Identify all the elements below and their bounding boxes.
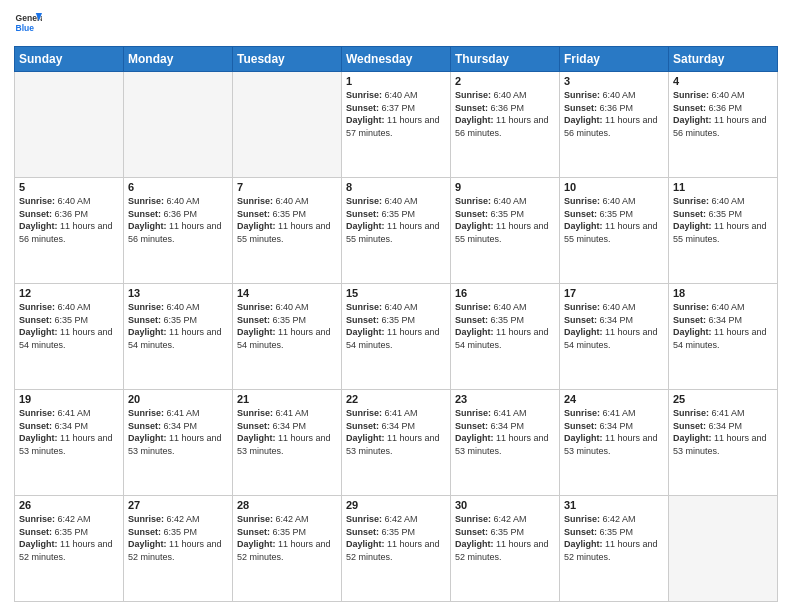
calendar-cell <box>233 72 342 178</box>
cell-content: Sunrise: 6:40 AMSunset: 6:36 PMDaylight:… <box>564 89 664 139</box>
header-row: SundayMondayTuesdayWednesdayThursdayFrid… <box>15 47 778 72</box>
cell-content: Sunrise: 6:40 AMSunset: 6:36 PMDaylight:… <box>455 89 555 139</box>
day-number: 13 <box>128 287 228 299</box>
calendar-cell <box>124 72 233 178</box>
cell-content: Sunrise: 6:40 AMSunset: 6:35 PMDaylight:… <box>455 301 555 351</box>
cell-content: Sunrise: 6:42 AMSunset: 6:35 PMDaylight:… <box>346 513 446 563</box>
cell-content: Sunrise: 6:40 AMSunset: 6:35 PMDaylight:… <box>564 195 664 245</box>
logo: General Blue <box>14 10 46 38</box>
calendar-cell: 7Sunrise: 6:40 AMSunset: 6:35 PMDaylight… <box>233 178 342 284</box>
page: General Blue SundayMondayTuesdayWednesda… <box>0 0 792 612</box>
cell-content: Sunrise: 6:41 AMSunset: 6:34 PMDaylight:… <box>237 407 337 457</box>
day-number: 20 <box>128 393 228 405</box>
day-number: 31 <box>564 499 664 511</box>
day-number: 17 <box>564 287 664 299</box>
day-number: 9 <box>455 181 555 193</box>
calendar-cell: 18Sunrise: 6:40 AMSunset: 6:34 PMDayligh… <box>669 284 778 390</box>
day-number: 27 <box>128 499 228 511</box>
calendar-cell: 20Sunrise: 6:41 AMSunset: 6:34 PMDayligh… <box>124 390 233 496</box>
day-number: 2 <box>455 75 555 87</box>
cell-content: Sunrise: 6:40 AMSunset: 6:35 PMDaylight:… <box>128 301 228 351</box>
cell-content: Sunrise: 6:40 AMSunset: 6:35 PMDaylight:… <box>237 301 337 351</box>
calendar-cell <box>15 72 124 178</box>
calendar-cell: 19Sunrise: 6:41 AMSunset: 6:34 PMDayligh… <box>15 390 124 496</box>
calendar-cell: 11Sunrise: 6:40 AMSunset: 6:35 PMDayligh… <box>669 178 778 284</box>
cell-content: Sunrise: 6:40 AMSunset: 6:35 PMDaylight:… <box>455 195 555 245</box>
calendar-cell: 2Sunrise: 6:40 AMSunset: 6:36 PMDaylight… <box>451 72 560 178</box>
calendar-cell: 8Sunrise: 6:40 AMSunset: 6:35 PMDaylight… <box>342 178 451 284</box>
calendar-cell: 14Sunrise: 6:40 AMSunset: 6:35 PMDayligh… <box>233 284 342 390</box>
cell-content: Sunrise: 6:41 AMSunset: 6:34 PMDaylight:… <box>19 407 119 457</box>
calendar-cell: 25Sunrise: 6:41 AMSunset: 6:34 PMDayligh… <box>669 390 778 496</box>
header-day: Friday <box>560 47 669 72</box>
cell-content: Sunrise: 6:40 AMSunset: 6:34 PMDaylight:… <box>564 301 664 351</box>
day-number: 12 <box>19 287 119 299</box>
day-number: 4 <box>673 75 773 87</box>
day-number: 11 <box>673 181 773 193</box>
calendar-cell: 4Sunrise: 6:40 AMSunset: 6:36 PMDaylight… <box>669 72 778 178</box>
calendar-cell: 29Sunrise: 6:42 AMSunset: 6:35 PMDayligh… <box>342 496 451 602</box>
cell-content: Sunrise: 6:42 AMSunset: 6:35 PMDaylight:… <box>455 513 555 563</box>
calendar-cell: 22Sunrise: 6:41 AMSunset: 6:34 PMDayligh… <box>342 390 451 496</box>
calendar-week-row: 26Sunrise: 6:42 AMSunset: 6:35 PMDayligh… <box>15 496 778 602</box>
day-number: 21 <box>237 393 337 405</box>
calendar-cell: 6Sunrise: 6:40 AMSunset: 6:36 PMDaylight… <box>124 178 233 284</box>
header-day: Tuesday <box>233 47 342 72</box>
calendar-cell: 28Sunrise: 6:42 AMSunset: 6:35 PMDayligh… <box>233 496 342 602</box>
header-day: Sunday <box>15 47 124 72</box>
cell-content: Sunrise: 6:40 AMSunset: 6:35 PMDaylight:… <box>346 195 446 245</box>
svg-text:Blue: Blue <box>16 23 35 33</box>
day-number: 24 <box>564 393 664 405</box>
day-number: 1 <box>346 75 446 87</box>
day-number: 25 <box>673 393 773 405</box>
day-number: 23 <box>455 393 555 405</box>
calendar-cell: 13Sunrise: 6:40 AMSunset: 6:35 PMDayligh… <box>124 284 233 390</box>
day-number: 18 <box>673 287 773 299</box>
day-number: 14 <box>237 287 337 299</box>
cell-content: Sunrise: 6:40 AMSunset: 6:35 PMDaylight:… <box>19 301 119 351</box>
day-number: 8 <box>346 181 446 193</box>
cell-content: Sunrise: 6:41 AMSunset: 6:34 PMDaylight:… <box>564 407 664 457</box>
cell-content: Sunrise: 6:41 AMSunset: 6:34 PMDaylight:… <box>346 407 446 457</box>
calendar-cell: 12Sunrise: 6:40 AMSunset: 6:35 PMDayligh… <box>15 284 124 390</box>
cell-content: Sunrise: 6:40 AMSunset: 6:35 PMDaylight:… <box>237 195 337 245</box>
cell-content: Sunrise: 6:40 AMSunset: 6:34 PMDaylight:… <box>673 301 773 351</box>
header-day: Saturday <box>669 47 778 72</box>
calendar-cell: 21Sunrise: 6:41 AMSunset: 6:34 PMDayligh… <box>233 390 342 496</box>
calendar-cell: 9Sunrise: 6:40 AMSunset: 6:35 PMDaylight… <box>451 178 560 284</box>
cell-content: Sunrise: 6:40 AMSunset: 6:36 PMDaylight:… <box>673 89 773 139</box>
calendar-cell: 5Sunrise: 6:40 AMSunset: 6:36 PMDaylight… <box>15 178 124 284</box>
day-number: 10 <box>564 181 664 193</box>
calendar-week-row: 1Sunrise: 6:40 AMSunset: 6:37 PMDaylight… <box>15 72 778 178</box>
day-number: 19 <box>19 393 119 405</box>
cell-content: Sunrise: 6:41 AMSunset: 6:34 PMDaylight:… <box>455 407 555 457</box>
day-number: 7 <box>237 181 337 193</box>
cell-content: Sunrise: 6:42 AMSunset: 6:35 PMDaylight:… <box>19 513 119 563</box>
cell-content: Sunrise: 6:40 AMSunset: 6:36 PMDaylight:… <box>128 195 228 245</box>
day-number: 3 <box>564 75 664 87</box>
calendar-cell: 15Sunrise: 6:40 AMSunset: 6:35 PMDayligh… <box>342 284 451 390</box>
cell-content: Sunrise: 6:40 AMSunset: 6:35 PMDaylight:… <box>346 301 446 351</box>
header-day: Monday <box>124 47 233 72</box>
cell-content: Sunrise: 6:41 AMSunset: 6:34 PMDaylight:… <box>128 407 228 457</box>
calendar-cell: 23Sunrise: 6:41 AMSunset: 6:34 PMDayligh… <box>451 390 560 496</box>
calendar-cell: 24Sunrise: 6:41 AMSunset: 6:34 PMDayligh… <box>560 390 669 496</box>
cell-content: Sunrise: 6:41 AMSunset: 6:34 PMDaylight:… <box>673 407 773 457</box>
logo-icon: General Blue <box>14 10 42 38</box>
cell-content: Sunrise: 6:40 AMSunset: 6:37 PMDaylight:… <box>346 89 446 139</box>
cell-content: Sunrise: 6:40 AMSunset: 6:36 PMDaylight:… <box>19 195 119 245</box>
day-number: 22 <box>346 393 446 405</box>
day-number: 6 <box>128 181 228 193</box>
calendar-table: SundayMondayTuesdayWednesdayThursdayFrid… <box>14 46 778 602</box>
day-number: 16 <box>455 287 555 299</box>
calendar-cell: 3Sunrise: 6:40 AMSunset: 6:36 PMDaylight… <box>560 72 669 178</box>
cell-content: Sunrise: 6:42 AMSunset: 6:35 PMDaylight:… <box>237 513 337 563</box>
day-number: 15 <box>346 287 446 299</box>
calendar-body: 1Sunrise: 6:40 AMSunset: 6:37 PMDaylight… <box>15 72 778 602</box>
cell-content: Sunrise: 6:42 AMSunset: 6:35 PMDaylight:… <box>564 513 664 563</box>
header-day: Wednesday <box>342 47 451 72</box>
day-number: 5 <box>19 181 119 193</box>
calendar-cell: 10Sunrise: 6:40 AMSunset: 6:35 PMDayligh… <box>560 178 669 284</box>
calendar-week-row: 19Sunrise: 6:41 AMSunset: 6:34 PMDayligh… <box>15 390 778 496</box>
calendar-cell: 30Sunrise: 6:42 AMSunset: 6:35 PMDayligh… <box>451 496 560 602</box>
